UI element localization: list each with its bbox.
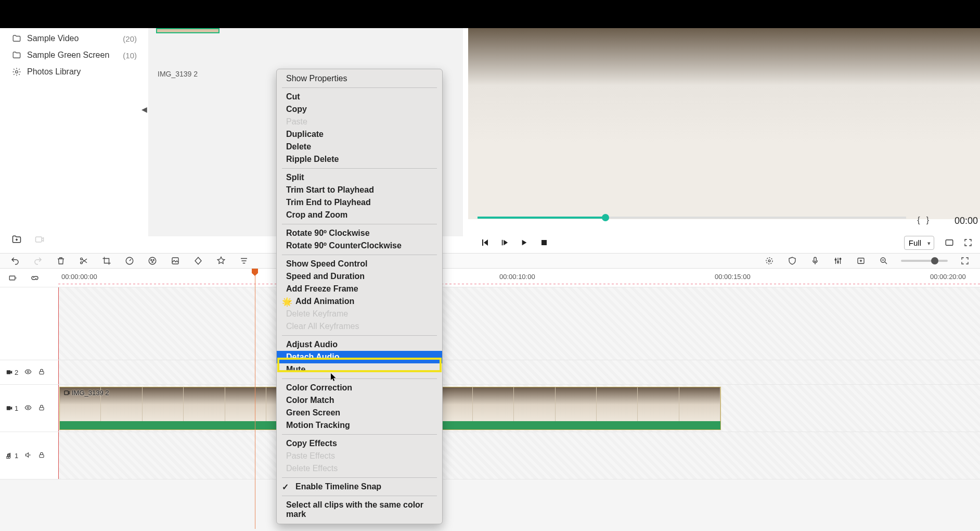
svg-rect-14	[814, 257, 817, 261]
ruler-tick-label: 00:00:20:00	[930, 273, 966, 281]
ruler-tick-label: 00:00:10:00	[499, 273, 535, 281]
cm-color-match[interactable]: Color Match	[277, 394, 442, 407]
sidebar-item-sample-green-screen[interactable]: Sample Green Screen (10)	[0, 47, 148, 64]
mark-in-icon[interactable]: {	[917, 216, 920, 225]
sidebar-item-sample-video[interactable]: Sample Video (20)	[0, 30, 148, 47]
color-button[interactable]	[147, 255, 158, 267]
preview-scrubber-knob[interactable]	[602, 214, 609, 221]
cm-green-screen[interactable]: Green Screen	[277, 407, 442, 419]
fullscreen-button[interactable]	[961, 236, 975, 249]
step-back-button[interactable]	[478, 235, 492, 250]
play-button[interactable]	[497, 235, 512, 250]
track-body[interactable]	[58, 360, 980, 384]
cm-speed-control[interactable]: Show Speed Control	[277, 258, 442, 270]
cm-adjust-audio[interactable]: Adjust Audio	[277, 338, 442, 351]
cm-detach-audio[interactable]: Detach Audio	[277, 351, 442, 363]
cm-delete[interactable]: Delete	[277, 141, 442, 153]
cm-motion-tracking[interactable]: Motion Tracking	[277, 419, 442, 432]
clip-title: IMG_3139 2	[64, 389, 109, 397]
zoom-fit-button[interactable]	[959, 255, 971, 267]
cm-paste[interactable]: Paste	[277, 116, 442, 128]
record-button[interactable]	[34, 234, 46, 246]
cm-speed-duration[interactable]: Speed and Duration	[277, 270, 442, 283]
track-body[interactable]	[58, 432, 980, 479]
track-lock-icon[interactable]	[38, 368, 45, 377]
timeline-ruler[interactable]: 00:00:00:00 00:00:10:00 00:00:15:00 00:0…	[0, 269, 980, 287]
mixer-button[interactable]	[832, 255, 844, 267]
svg-point-0	[16, 71, 18, 73]
preview-scrubber[interactable]	[478, 217, 906, 219]
track-body[interactable]: IMG_3139 2	[58, 385, 980, 432]
zoom-slider[interactable]	[901, 260, 948, 262]
preview-quality-select[interactable]: Full ▾	[904, 236, 934, 250]
cm-ripple-delete[interactable]: Ripple Delete	[277, 153, 442, 166]
cm-separator	[282, 496, 437, 496]
cm-delete-effects[interactable]: Delete Effects	[277, 462, 442, 475]
cm-separator	[282, 255, 437, 255]
library-sidebar: Sample Video (20) Sample Green Screen (1…	[0, 28, 148, 244]
delete-button[interactable]	[55, 255, 67, 267]
cm-freeze[interactable]: Add Freeze Frame	[277, 283, 442, 295]
cm-separator	[282, 434, 437, 435]
track-visible-icon[interactable]	[24, 404, 32, 413]
track-visible-icon[interactable]	[24, 368, 32, 377]
cm-copy[interactable]: Copy	[277, 103, 442, 116]
cm-crop-zoom[interactable]: Crop and Zoom	[277, 209, 442, 221]
cm-cut[interactable]: Cut	[277, 91, 442, 103]
shield-button[interactable]	[786, 255, 798, 267]
cm-rotate-ccw[interactable]: Rotate 90º CounterClockwise	[277, 239, 442, 252]
add-folder-button[interactable]	[11, 234, 23, 246]
marker-button[interactable]	[215, 255, 227, 267]
track-lock-icon[interactable]	[38, 451, 45, 460]
ruler-tick-label: 00:00:00:00	[61, 273, 97, 281]
track-insert-button[interactable]	[7, 272, 19, 284]
filter-button[interactable]	[238, 255, 250, 267]
video-track-1[interactable]: 1 IMG_3139 2	[0, 385, 980, 432]
undo-button[interactable]	[9, 255, 21, 267]
cm-timeline-snap[interactable]: Enable Timeline Snap	[277, 481, 442, 493]
cm-duplicate[interactable]: Duplicate	[277, 128, 442, 141]
zoom-slider-knob[interactable]	[931, 257, 938, 264]
video-track-2[interactable]: 2	[0, 360, 980, 385]
cm-color-correction[interactable]: Color Correction	[277, 382, 442, 394]
cm-show-properties[interactable]: Show Properties	[277, 72, 442, 85]
snapshot-button[interactable]	[943, 236, 956, 249]
voiceover-button[interactable]	[809, 255, 821, 267]
media-thumbnail[interactable]	[156, 28, 220, 33]
track-lock-icon[interactable]	[38, 404, 45, 413]
track-head: 1	[0, 432, 58, 479]
split-button[interactable]	[78, 255, 89, 267]
redo-button[interactable]	[32, 255, 44, 267]
render-preview-button[interactable]	[764, 255, 775, 267]
green-screen-button[interactable]	[170, 255, 181, 267]
svg-point-25	[27, 407, 29, 409]
collapse-panel-icon[interactable]: ◀	[141, 105, 147, 113]
zoom-out-button[interactable]	[878, 255, 889, 267]
mark-out-icon[interactable]: }	[926, 216, 929, 225]
link-button[interactable]	[29, 272, 41, 284]
context-menu: Show Properties Cut Copy Paste Duplicate…	[276, 69, 443, 524]
crop-button[interactable]	[101, 255, 112, 267]
speed-button[interactable]	[124, 255, 135, 267]
cm-rotate-cw[interactable]: Rotate 90º Clockwise	[277, 227, 442, 239]
add-marker-button[interactable]	[855, 255, 867, 267]
cm-trim-end[interactable]: Trim End to Playhead	[277, 196, 442, 209]
stop-button[interactable]	[537, 235, 551, 250]
svg-point-9	[153, 259, 154, 260]
cm-clear-keyframes[interactable]: Clear All Keyframes	[277, 320, 442, 333]
cm-mute[interactable]: Mute	[277, 363, 442, 376]
cm-animation[interactable]: 🌟Add Animation	[277, 295, 442, 308]
ruler-tools	[0, 269, 58, 287]
play-forward-button[interactable]	[517, 235, 532, 250]
cm-trim-start[interactable]: Trim Start to Playhead	[277, 184, 442, 196]
cm-copy-effects[interactable]: Copy Effects	[277, 437, 442, 450]
cm-split[interactable]: Split	[277, 171, 442, 184]
audio-track-1[interactable]: 1	[0, 432, 980, 479]
sidebar-item-photos-library[interactable]: Photos Library	[0, 64, 148, 80]
track-mute-icon[interactable]	[24, 451, 32, 460]
cm-delete-keyframe[interactable]: Delete Keyframe	[277, 308, 442, 320]
keyframe-button[interactable]	[192, 255, 204, 267]
cm-paste-effects[interactable]: Paste Effects	[277, 450, 442, 462]
cm-select-same-color[interactable]: Select all clips with the same color mar…	[277, 499, 442, 521]
preview-quality-value: Full	[909, 238, 921, 247]
